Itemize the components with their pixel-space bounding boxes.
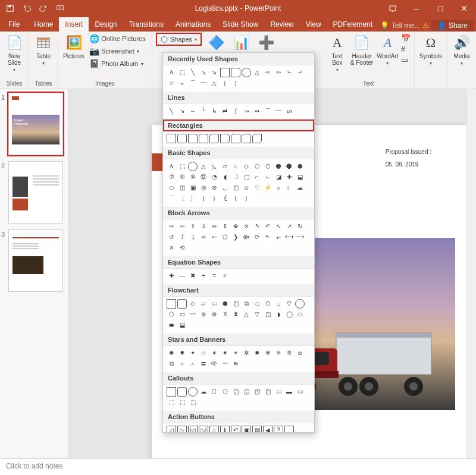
- tab-home[interactable]: Home: [28, 17, 59, 32]
- shape-star5[interactable]: ☆: [199, 348, 208, 358]
- symbols-button[interactable]: Ω Symbols ▾: [418, 33, 443, 67]
- shape-scribble[interactable]: 〰: [274, 106, 283, 116]
- shape-snip-diag[interactable]: [209, 134, 219, 143]
- shape-12[interactable]: ⑫: [199, 172, 208, 182]
- shape-pentagon[interactable]: ⬠: [252, 162, 262, 171]
- media-button[interactable]: 🔊 Media ▾: [451, 33, 472, 67]
- shape-arrow-r[interactable]: ⇨: [263, 68, 273, 77]
- shape-round-1[interactable]: [231, 134, 240, 143]
- shape-arr-bent[interactable]: ↰: [252, 222, 262, 231]
- shape-ab-help[interactable]: ?: [274, 426, 283, 433]
- shape-cube[interactable]: ◫: [177, 183, 187, 193]
- shape-ab-back[interactable]: ◁: [167, 426, 176, 433]
- shape-star4[interactable]: ✦: [188, 348, 198, 358]
- date-time-icon[interactable]: 📅: [401, 34, 411, 43]
- object-icon[interactable]: ▭: [401, 55, 411, 64]
- shape-arr-cd[interactable]: ⤵: [188, 232, 198, 242]
- shape-donut[interactable]: ◎: [199, 183, 208, 193]
- shape-scroll-h[interactable]: 〄: [209, 359, 219, 369]
- shape-fc-seq[interactable]: ◯: [284, 310, 294, 319]
- shape-fc-term[interactable]: ⬭: [252, 299, 262, 309]
- shape-lightning[interactable]: ⚡: [263, 183, 273, 193]
- warning-icon[interactable]: ⚠: [422, 21, 429, 30]
- shape-fc-process[interactable]: [167, 299, 176, 309]
- shape-arr-u[interactable]: ⇧: [188, 222, 198, 231]
- shape-tri[interactable]: △: [252, 68, 262, 77]
- table-button[interactable]: Table ▾: [33, 33, 54, 67]
- shape-bracket-r[interactable]: 〕: [188, 194, 198, 203]
- tab-transitions[interactable]: Transitions: [123, 17, 170, 32]
- shape-wave[interactable]: 〰: [220, 359, 230, 369]
- shape-triangle[interactable]: △: [199, 162, 208, 171]
- shape-co-l2c[interactable]: ⬚: [177, 398, 187, 407]
- shape-co-l3a[interactable]: ◰: [263, 387, 273, 397]
- shape-brace-l[interactable]: {: [199, 194, 208, 203]
- shape-freeform[interactable]: 〰: [199, 78, 208, 88]
- shape-cross[interactable]: ✚: [284, 172, 294, 182]
- shape-arr-cl[interactable]: ↺: [167, 232, 176, 242]
- tab-pdfelement[interactable]: PDFelement: [327, 17, 379, 32]
- wordart-button[interactable]: A WordArt ▾: [375, 33, 400, 67]
- shape-arr-cr[interactable]: ↻: [295, 222, 305, 231]
- shape-arc[interactable]: ⌒: [167, 194, 176, 203]
- shape-snip-2[interactable]: [199, 134, 208, 143]
- shape-plaque[interactable]: ⬓: [295, 172, 305, 182]
- shape-minus[interactable]: —: [177, 271, 187, 281]
- shape-arr-lc[interactable]: ⟳: [252, 232, 262, 242]
- smartart-button[interactable]: 🔷: [205, 33, 227, 53]
- shape-co-l1b[interactable]: ▭: [274, 387, 283, 397]
- shape-explode1[interactable]: ✺: [167, 348, 176, 358]
- shape-line[interactable]: ╲: [167, 106, 176, 116]
- pictures-button[interactable]: 🖼️ Pictures: [62, 33, 86, 61]
- shape-elbow-double[interactable]: ⇄: [220, 106, 230, 116]
- shape-heptagon[interactable]: ⯃: [274, 162, 283, 171]
- shape-hexagon[interactable]: ⬡: [263, 162, 273, 171]
- shape-cloud[interactable]: ☁: [295, 183, 305, 193]
- shape-line-double[interactable]: ↔: [188, 106, 198, 116]
- shape-co-l1a[interactable]: ◲: [242, 387, 251, 397]
- shape-ribbon-d[interactable]: ⧉: [167, 359, 176, 369]
- screenshot-button[interactable]: 📷Screenshot▾: [87, 45, 148, 57]
- shape-rect[interactable]: [167, 134, 176, 143]
- shape-div[interactable]: ÷: [199, 271, 208, 281]
- shape-neq[interactable]: ≠: [220, 271, 230, 281]
- shape-elbow-arrow[interactable]: ↳: [209, 106, 219, 116]
- shape-fc-dec[interactable]: ◇: [188, 299, 198, 309]
- shape-arr-lru[interactable]: ⤧: [242, 222, 251, 231]
- shape-folded[interactable]: ◰: [231, 183, 240, 193]
- shape-arr-udc[interactable]: ⟶: [295, 232, 305, 242]
- shape-arrow-l[interactable]: ⇦: [274, 68, 283, 77]
- shape-oval[interactable]: [242, 68, 251, 77]
- shape-trapezoid[interactable]: ⏢: [231, 162, 240, 171]
- shape-star32[interactable]: ❊: [284, 348, 294, 358]
- shape-explode2[interactable]: ✸: [177, 348, 187, 358]
- shape-fc-disp[interactable]: ⬓: [177, 320, 187, 330]
- shape-round-2[interactable]: [242, 134, 251, 143]
- thumbnail-3[interactable]: [8, 229, 63, 292]
- shape-fc-alt[interactable]: [177, 299, 187, 309]
- shape-arr-qc[interactable]: ⤨: [167, 243, 176, 253]
- header-footer-button[interactable]: 📄 Header & Footer: [349, 33, 374, 67]
- shape-dbrace-r2[interactable]: }: [242, 194, 251, 203]
- shape-ribbon-u[interactable]: ⧈: [295, 348, 305, 358]
- shape-co-oval[interactable]: [188, 387, 198, 397]
- shape-textbox-v[interactable]: ⬚: [177, 162, 187, 171]
- shape-curve-arrow[interactable]: ↝: [242, 106, 251, 116]
- tab-design[interactable]: Design: [89, 17, 123, 32]
- textbox-button[interactable]: A Text Box ▾: [327, 33, 348, 74]
- shape-fc-or[interactable]: ⊗: [209, 310, 219, 319]
- vertical-scrollbar[interactable]: [466, 89, 476, 458]
- shape-parallelogram[interactable]: ▱: [220, 162, 230, 171]
- shape-rtriangle[interactable]: ◺: [209, 162, 219, 171]
- maximize-button[interactable]: □: [428, 0, 452, 17]
- shape-rect[interactable]: [220, 68, 230, 77]
- shape-pie[interactable]: ◔: [209, 172, 219, 182]
- shape-arr-r[interactable]: ⇨: [167, 222, 176, 231]
- shape-brace-r[interactable]: }: [209, 194, 219, 203]
- shape-dbrace-l2[interactable]: {: [231, 194, 240, 203]
- shape-co-rrect[interactable]: [177, 387, 187, 397]
- shape-arr-str[interactable]: ➾: [199, 232, 208, 242]
- chart-button[interactable]: 📊: [230, 33, 252, 53]
- shape-oval[interactable]: [188, 162, 198, 171]
- shape-ab-return[interactable]: ↶: [231, 426, 240, 433]
